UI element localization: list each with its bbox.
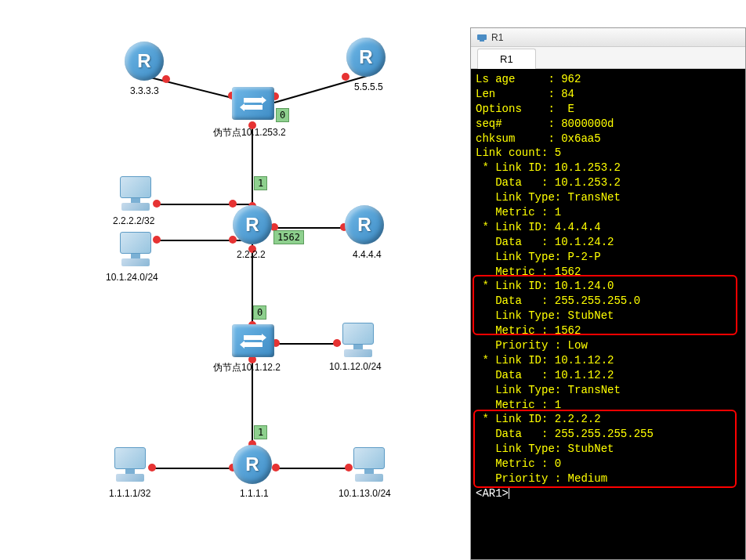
pc-1013[interactable]: [349, 447, 389, 483]
router-label: 4.4.4.4: [353, 249, 382, 260]
metric-badge: 0: [276, 108, 289, 122]
metric-badge: 0: [253, 305, 266, 320]
terminal-window: R1 R1 Ls age : 962 Len : 84 Options : E …: [470, 27, 746, 560]
pc-1012[interactable]: [339, 323, 378, 359]
link: [274, 343, 341, 345]
svg-rect-1: [480, 40, 484, 42]
pc-1111[interactable]: [110, 447, 150, 483]
router-2222[interactable]: R: [233, 205, 272, 244]
svg-rect-0: [477, 34, 487, 40]
switch-pseudo-253[interactable]: [232, 87, 274, 120]
link: [273, 468, 351, 469]
router-label: 5.5.5.5: [354, 81, 383, 92]
pc-label: 10.1.24.0/24: [106, 272, 158, 283]
link: [153, 468, 234, 469]
router-5555[interactable]: R: [346, 38, 386, 77]
router-1111[interactable]: R: [233, 445, 272, 484]
link: [270, 227, 346, 229]
window-title: R1: [491, 32, 503, 43]
device-icon: [476, 31, 488, 44]
router-4444[interactable]: R: [345, 205, 384, 244]
metric-badge: 1562: [273, 230, 304, 244]
metric-badge: 1: [254, 425, 267, 439]
terminal-prompt: <AR1>: [476, 486, 741, 501]
router-3333[interactable]: R: [125, 42, 164, 81]
pc-label: 2.2.2.2/32: [113, 215, 154, 226]
switch-label: 伪节点10.1.253.2: [213, 126, 286, 139]
port-dot: [272, 464, 280, 471]
switch-pseudo-12[interactable]: [232, 324, 274, 357]
terminal-output[interactable]: Ls age : 962 Len : 84 Options : E seq# :…: [471, 69, 745, 559]
terminal-titlebar[interactable]: R1: [471, 28, 745, 47]
pc-label: 1.1.1.1/32: [109, 488, 150, 499]
router-label: 3.3.3.3: [130, 85, 159, 96]
pc-label: 10.1.12.0/24: [329, 361, 382, 372]
metric-badge: 1: [254, 176, 267, 190]
switch-label: 伪节点10.1.12.2: [213, 361, 281, 374]
pc-2222[interactable]: [116, 176, 155, 212]
pc-label: 10.1.13.0/24: [339, 488, 391, 499]
router-label: 2.2.2.2: [237, 249, 266, 260]
pc-1024[interactable]: [116, 232, 155, 268]
terminal-text: Ls age : 962 Len : 84 Options : E seq# :…: [476, 72, 741, 486]
tab-bar: R1: [471, 47, 745, 69]
network-topology: R 3.3.3.3 R 5.5.5.5 0 伪节点10.1.253.2 2.2.…: [0, 0, 470, 560]
router-label: 1.1.1.1: [240, 488, 269, 499]
tab-r1[interactable]: R1: [477, 49, 536, 69]
